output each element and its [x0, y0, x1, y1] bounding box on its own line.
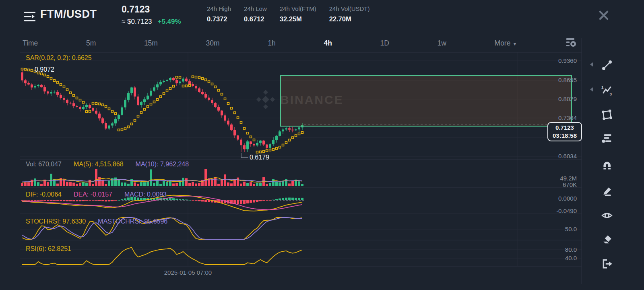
rsi-legend: RSI(6): 62.8251 [26, 245, 71, 253]
last-price-badge[interactable]: 0.7123 03:18:58 [547, 122, 582, 141]
pair-title[interactable]: FTM/USDT [40, 8, 97, 21]
rsi-value: RSI(6): 62.8251 [26, 245, 71, 253]
tool-visibility[interactable] [601, 209, 613, 222]
trading-chart-window: BINANCE0.90720.61790.93600.86950.80290.7… [0, 0, 644, 290]
magnet-icon [601, 160, 613, 172]
tab-time[interactable]: Time [20, 37, 40, 49]
candlesticks [21, 69, 303, 152]
stat-value: 22.70M [329, 15, 370, 23]
svg-text:3: 3 [609, 92, 612, 96]
shapes-icon [601, 109, 613, 120]
stat-value: 32.25M [280, 15, 316, 23]
drawing-rectangle[interactable] [281, 75, 572, 126]
stochrsi-d-value: MASTOCHRSI: 95.6596 [98, 218, 167, 225]
wave-pattern-icon: 1 3 [601, 85, 613, 96]
sar-value: SAR(0.02, 0.2): 0.6625 [26, 54, 92, 62]
axis-label: 50.0 [565, 226, 577, 232]
sar-legend: SAR(0.02, 0.2): 0.6625 [26, 54, 92, 62]
volume-legend: Vol: 670,047 MA(5): 4,515,868 MA(10): 7,… [26, 161, 189, 168]
ma10-value: MA(10): 7,962,248 [136, 161, 189, 168]
axis-label: 0.6034 [558, 153, 577, 160]
last-price: 0.7123 [122, 4, 150, 15]
tab-more[interactable]: More▼ [492, 37, 520, 49]
tab-1h[interactable]: 1h [265, 37, 278, 49]
svg-text:1: 1 [601, 85, 604, 89]
trend-line-icon [601, 60, 613, 71]
axis-label: 49.2M [560, 175, 577, 182]
stat-label: 24h Low [244, 5, 267, 12]
long-short-icon [601, 133, 613, 144]
tool-eraser[interactable] [601, 234, 613, 246]
chart-settings-icon [565, 37, 577, 48]
tab-5m[interactable]: 5m [84, 37, 98, 49]
collapse-arrow[interactable] [590, 87, 593, 92]
pair-list-menu-icon[interactable] [23, 10, 37, 25]
ma5-value: MA(5): 4,515,868 [74, 161, 124, 168]
tool-magnet[interactable] [601, 160, 613, 172]
stat-label: 24h Vol(FTM) [280, 5, 316, 12]
collapse-arrow[interactable] [590, 62, 593, 67]
tab-15m[interactable]: 15m [142, 37, 160, 49]
time-axis-label: 2025-01-05 07:00 [156, 269, 220, 276]
vol-value: Vol: 670,047 [26, 161, 62, 168]
sar-dots [21, 68, 303, 153]
stochrsi-legend: STOCHRSI: 97.6330 MASTOCHRSI: 95.6596 [26, 218, 167, 225]
macd-legend: DIF: -0.0064 DEA: -0.0157 MACD: 0.0093 [26, 191, 167, 198]
stat-label: 24h High [207, 5, 231, 12]
axis-label: 80.0 [565, 246, 577, 253]
tool-brush[interactable] [601, 185, 613, 197]
interval-tabs: Time 5m 15m 30m 1h 4h 1D 1w More▼ [20, 35, 580, 51]
tab-30m[interactable]: 30m [204, 37, 222, 49]
eye-icon [601, 210, 613, 221]
tool-long-short-position[interactable] [601, 132, 613, 144]
axis-label: 0.9360 [558, 57, 577, 64]
market-stats: 24h High 0.7372 24h Low 0.6712 24h Vol(F… [207, 5, 370, 23]
badge-price: 0.7123 [555, 124, 574, 132]
eraser-icon [601, 234, 613, 245]
axis-label: 670K [563, 181, 577, 188]
exit-icon [601, 258, 613, 269]
macd-value: MACD: 0.0093 [124, 191, 167, 198]
axis-label: 40.0 [565, 255, 577, 261]
badge-countdown: 03:18:58 [553, 132, 577, 140]
stat-value: 0.7372 [207, 15, 231, 23]
tool-shapes[interactable] [601, 109, 613, 121]
stat-label: 24h Vol(USDT) [329, 5, 370, 12]
volume-panel [21, 169, 303, 186]
tool-trend-line[interactable] [601, 59, 613, 71]
tab-4h[interactable]: 4h [321, 37, 334, 49]
chevron-down-icon: ▼ [512, 41, 517, 46]
svg-text:0.9072: 0.9072 [35, 66, 54, 73]
axis-label: 0.8029 [558, 95, 577, 102]
close-button[interactable] [596, 7, 612, 23]
chart-settings-button[interactable] [563, 35, 580, 51]
toolbar-divider [591, 150, 622, 150]
fiat-price: ≈ $0.7123 [122, 18, 152, 25]
dif-value: DIF: -0.0064 [26, 191, 62, 198]
svg-text:0.6179: 0.6179 [250, 154, 269, 161]
tool-exit[interactable] [601, 258, 613, 270]
close-icon [599, 10, 609, 21]
stochrsi-k-value: STOCHRSI: 97.6330 [26, 218, 86, 225]
tool-wave-pattern[interactable]: 1 3 [601, 84, 613, 96]
tab-1d[interactable]: 1D [378, 37, 392, 49]
stat-value: 0.6712 [244, 15, 267, 23]
tab-1w[interactable]: 1w [435, 37, 449, 49]
axis-label: 0.8695 [558, 77, 577, 83]
dea-value: DEA: -0.0157 [74, 191, 112, 198]
axis-label: 0.0000 [558, 195, 577, 202]
change-percent: +5.49% [158, 18, 181, 25]
brush-icon [601, 186, 613, 197]
axis-label: 0.7364 [558, 114, 577, 121]
axis-label: -0.0490 [556, 207, 577, 214]
